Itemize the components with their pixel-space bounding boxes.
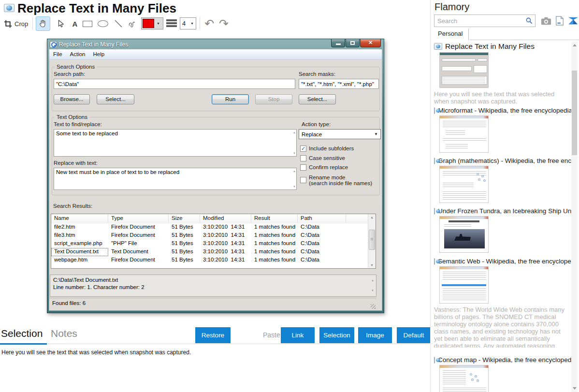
ellipse-tool-button[interactable] [96,16,110,31]
tab-personal[interactable]: Personal [434,29,469,40]
select-path-button[interactable]: Select... [97,94,134,104]
scroll-down-icon[interactable]: ▼ [371,287,374,294]
replace-with-label: Replace with text: [54,160,98,166]
thumbnail[interactable] [439,365,489,392]
search-masks-input[interactable]: "*.txt", "*.htm", "*.xml", "*.php" [299,79,379,89]
thumbnail[interactable] [439,116,489,153]
camera-button[interactable] [541,16,551,26]
pointer-tool-button[interactable] [53,16,68,31]
list-item[interactable]: Replace Text in Many Files Here you will… [434,42,572,105]
list-item[interactable]: Microformat - Wikipedia, the free encycl… [434,107,572,153]
line-tool-button[interactable] [111,16,126,31]
list-item[interactable]: Semantic Web - Wikipedia, the free encyc… [434,258,572,348]
thumbnail[interactable] [439,266,489,304]
table-scrollbar[interactable]: ▲ ▼ [368,214,376,268]
column-header-modified[interactable]: Modified [200,214,251,223]
close-button[interactable]: ✕ [360,39,381,47]
browse-button[interactable]: Browse... [54,94,90,104]
rename-mode-checkbox[interactable]: Rename mode (search inside file names) [300,174,372,186]
search-results-label: Search Results: [53,203,92,209]
thumbnail[interactable] [439,166,489,203]
search-box[interactable] [434,15,536,27]
stop-button[interactable]: Stop [255,94,292,104]
dialog-titlebar[interactable]: Replace Text in Many Files ✕ [49,39,382,49]
match-detail-box[interactable]: C:\Data\Text Document.txt Line number: 1… [50,275,376,297]
undo-icon: ↶ [204,18,214,29]
minimize-button[interactable] [331,39,345,47]
resize-grip[interactable] [371,304,376,309]
scroll-down-icon[interactable]: ▼ [368,263,376,267]
redo-button[interactable]: ↷ [217,16,231,31]
item-title-row[interactable]: Microformat - Wikipedia, the free encycl… [434,107,572,114]
item-title-row[interactable]: Semantic Web - Wikipedia, the free encyc… [434,258,572,265]
freehand-tool-button[interactable] [125,16,139,31]
scrollbar-thumb[interactable] [369,230,375,250]
paste-link-button[interactable]: Link [281,327,315,343]
table-row[interactable]: file3.htm Firefox Document 51 Bytes 3:10… [51,232,376,240]
table-row[interactable]: file2.htm Firefox Document 51 Bytes 3:10… [51,223,376,232]
column-header-type[interactable]: Type [108,214,169,223]
menu-file[interactable]: File [49,51,66,57]
maximize-button[interactable] [346,39,360,47]
color-picker[interactable]: ▼ [141,17,163,29]
scroll-down-icon[interactable] [573,387,577,390]
column-header-size[interactable]: Size [169,214,200,223]
run-button[interactable]: Run [212,94,249,104]
menu-action[interactable]: Action [66,51,89,57]
table-row[interactable]: script_example.php "PHP" File 51 Bytes 3… [51,240,376,248]
column-header-result[interactable]: Result [251,214,298,223]
include-subfolders-checkbox[interactable]: ✓ Include subfolders [300,145,354,152]
scroll-up-icon[interactable]: ▲ [371,277,374,284]
restore-button[interactable]: Restore [195,327,231,343]
flamory-logo-icon[interactable] [568,16,579,26]
new-note-button[interactable] [555,16,564,26]
search-path-input[interactable]: "C:\Data" [54,79,295,89]
tab-notes[interactable]: Notes [51,328,77,339]
case-sensitive-checkbox[interactable]: Case sensitive [300,155,345,161]
replace-textarea[interactable]: New text must be in place of text to to … [54,168,297,190]
scroll-down-icon[interactable]: ▼ [293,152,296,155]
confirm-replace-checkbox[interactable]: Confirm replace [300,164,348,171]
list-item[interactable]: Concept map - Wikipedia, the free encycl… [434,356,572,392]
line-thickness-button[interactable] [166,18,178,29]
item-title-row[interactable]: Replace Text in Many Files [434,42,572,51]
list-item[interactable]: Graph (mathematics) - Wikipedia, the fre… [434,157,572,203]
tab-underline [0,344,430,344]
table-row[interactable]: webpage.htm Firefox Document 51 Bytes 3:… [51,256,376,264]
snapshot-canvas[interactable]: Replace Text in Many Files ✕ File Action… [0,31,430,325]
scroll-up-icon[interactable] [573,44,577,46]
paste-default-button[interactable]: Default [397,327,431,343]
paste-selection-button[interactable]: Selection [319,327,354,343]
crop-button[interactable]: Crop [4,18,28,29]
scroll-up-icon[interactable]: ▲ [293,170,296,173]
column-header-name[interactable]: Name [51,214,108,223]
thumbnail[interactable] [439,52,489,88]
scroll-up-icon[interactable]: ▲ [293,131,296,134]
chevron-down-icon: ▼ [374,132,378,136]
sidebar-scrollbar[interactable] [571,42,578,392]
thumbnail[interactable] [439,216,489,253]
item-title-row[interactable]: Concept map - Wikipedia, the free encycl… [434,356,572,363]
column-header-path[interactable]: Path [298,214,346,223]
table-row-selected[interactable]: Text Document.txt Text Document 51 Bytes… [51,248,376,256]
rectangle-tool-button[interactable] [80,16,95,31]
dialog-app-icon [50,41,57,48]
search-input[interactable] [434,17,525,25]
action-type-combo[interactable]: Replace ▼ [299,129,381,139]
item-title-row[interactable]: Under Frozen Tundra, an Icebreaking Ship… [434,207,572,215]
list-item[interactable]: Under Frozen Tundra, an Icebreaking Ship… [434,207,572,253]
search-icon[interactable] [525,16,533,25]
select-masks-button[interactable]: Select... [299,94,336,104]
dialog-statusbar: Found files: 6 [49,298,376,310]
find-textarea[interactable]: Some text to be replaced ▲ ▼ [54,129,297,157]
menu-help[interactable]: Help [89,51,109,57]
undo-button[interactable]: ↶ [202,16,217,31]
hand-tool-button[interactable] [36,16,50,31]
tab-selection[interactable]: Selection [1,328,43,339]
line-width-select[interactable]: 4 ▼ [180,17,196,29]
item-title-row[interactable]: Graph (mathematics) - Wikipedia, the fre… [434,157,572,164]
scroll-up-icon[interactable]: ▲ [368,216,376,219]
scroll-down-icon[interactable]: ▼ [293,185,296,188]
paste-image-button[interactable]: Image [358,327,392,343]
scrollbar-thumb[interactable] [572,71,577,155]
